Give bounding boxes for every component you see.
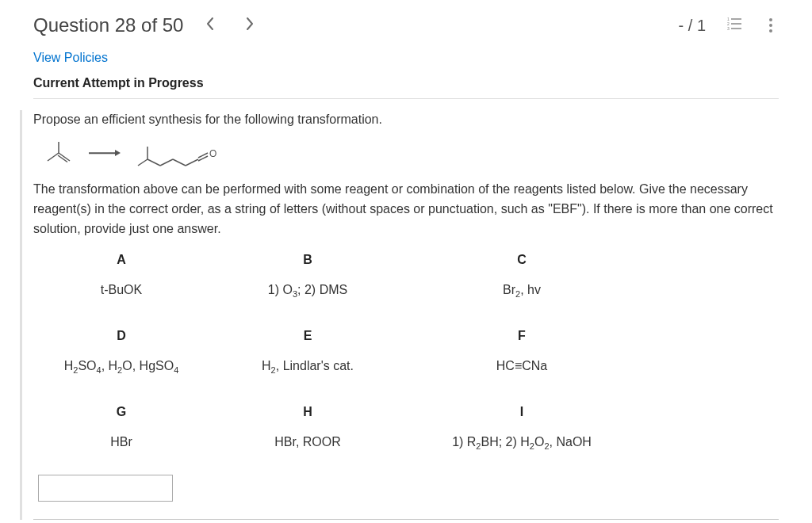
reagent-I: I 1) R2BH; 2) H2O2, NaOH [411,405,633,449]
svg-point-7 [769,24,772,27]
bottom-divider [33,519,779,520]
question-title: Question 28 of 50 [33,14,183,36]
reagent-letter: F [411,329,633,343]
attempt-counter: - / 1 [679,17,706,35]
svg-point-8 [769,29,772,32]
reagent-letter: H [205,405,411,419]
svg-line-16 [160,159,173,166]
prev-question-button[interactable] [205,17,215,35]
reaction-arrow-icon [89,152,121,154]
header-right: - / 1 1 2 3 [679,16,779,35]
starting-material-structure [41,139,76,167]
reagent-H: H HBr, ROOR [205,405,411,449]
svg-line-18 [186,159,198,166]
reagent-grid: A t-BuOK B 1) O3; 2) DMS C Br2, hv D H2S… [38,253,779,449]
content-wrapper: View Policies Current Attempt in Progres… [0,51,812,520]
product-structure: O [133,139,220,167]
divider [33,98,779,99]
reagent-D: D H2SO4, H2O, HgSO4 [38,329,205,373]
svg-line-15 [147,159,160,166]
reagent-F: F HC≡CNa [411,329,633,373]
reagent-A: A t-BuOK [38,253,205,297]
reagent-E: E H2, Lindlar's cat. [205,329,411,373]
reagent-formula: HC≡CNa [411,359,633,373]
next-question-button[interactable] [245,17,255,35]
question-instruction: The transformation above can be performe… [33,180,779,239]
reagent-letter: G [38,405,205,419]
reaction-scheme: O [41,139,779,167]
question-prompt: Propose an efficient synthesis for the f… [33,110,779,129]
reagent-C: C Br2, hv [411,253,633,297]
reagent-letter: E [205,329,411,343]
reagent-formula: H2SO4, H2O, HgSO4 [38,359,205,373]
more-options-icon[interactable] [763,17,779,33]
answer-input[interactable] [38,475,173,502]
question-list-icon[interactable]: 1 2 3 [726,16,742,35]
reagent-G: G HBr [38,405,205,449]
reagent-formula: HBr [38,435,205,449]
answer-input-container [38,475,779,502]
reagent-letter: A [38,253,205,267]
svg-line-13 [138,159,147,166]
svg-line-17 [173,159,186,166]
header-bar: Question 28 of 50 - / 1 1 2 3 [0,0,812,51]
view-policies-link[interactable]: View Policies [33,51,108,65]
reagent-letter: C [411,253,633,267]
nav-arrows [205,17,255,35]
reagent-letter: D [38,329,205,343]
reagent-letter: I [411,405,633,419]
reagent-formula: 1) R2BH; 2) H2O2, NaOH [411,435,633,449]
reagent-formula: 1) O3; 2) DMS [205,283,411,297]
svg-point-6 [769,18,772,21]
reagent-formula: t-BuOK [38,283,205,297]
reagent-formula: Br2, hv [411,283,633,297]
reagent-formula: HBr, ROOR [205,435,411,449]
reagent-letter: B [205,253,411,267]
reagent-B: B 1) O3; 2) DMS [205,253,411,297]
svg-text:O: O [209,148,216,159]
svg-text:3: 3 [727,26,730,31]
attempt-status: Current Attempt in Progress [33,76,779,90]
svg-line-10 [48,153,59,161]
reagent-formula: H2, Lindlar's cat. [205,359,411,373]
header-left: Question 28 of 50 [33,14,255,36]
question-body: Propose an efficient synthesis for the f… [20,110,779,520]
